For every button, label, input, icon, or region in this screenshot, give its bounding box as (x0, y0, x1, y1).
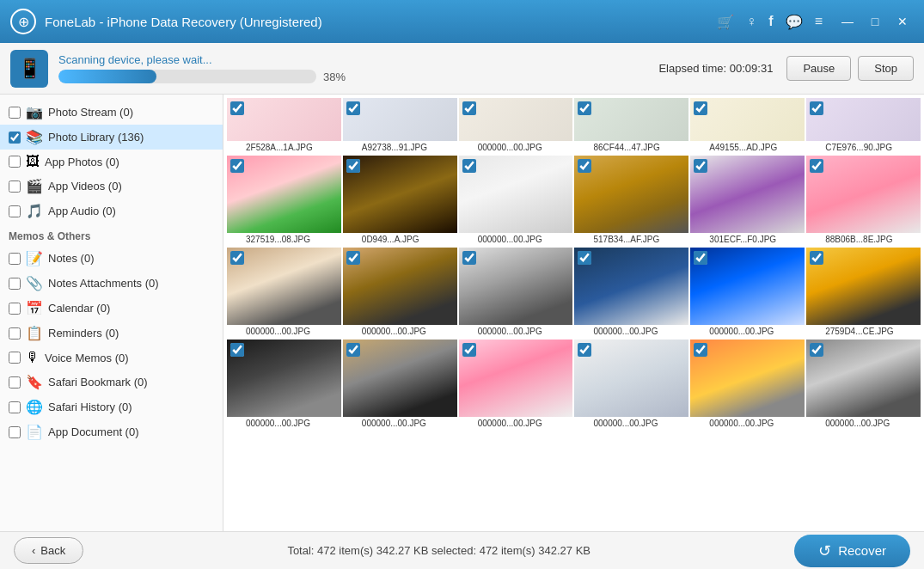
app-document-checkbox[interactable] (9, 426, 21, 438)
photo-select-checkbox[interactable] (230, 251, 244, 265)
back-button[interactable]: ‹ Back (14, 537, 83, 564)
sidebar-item-photo-stream[interactable]: 📷 Photo Stream (0) (0, 100, 223, 125)
photo-cell[interactable]: 301ECF...F0.JPG (690, 156, 805, 246)
sidebar-label-app-document: App Document (0) (48, 425, 139, 438)
photo-select-checkbox[interactable] (694, 251, 707, 265)
photo-select-checkbox[interactable] (810, 159, 823, 173)
memos-section-header: Memos & Others (0, 223, 223, 246)
photo-library-checkbox[interactable] (9, 132, 21, 144)
photo-cell[interactable]: A92738...91.JPG (343, 98, 457, 154)
photo-select-checkbox[interactable] (462, 343, 476, 357)
photo-cell[interactable]: 0D949...A.JPG (343, 156, 457, 246)
stop-button[interactable]: Stop (858, 56, 914, 81)
photo-filename: 000000...00.JPG (459, 417, 573, 430)
photo-cell[interactable]: A49155...AD.JPG (690, 98, 805, 154)
recover-icon: ↺ (818, 541, 831, 560)
photo-cell[interactable]: 88B06B...8E.JPG (806, 156, 921, 246)
photo-select-checkbox[interactable] (578, 159, 591, 173)
recover-button[interactable]: ↺ Recover (794, 535, 910, 567)
photo-select-checkbox[interactable] (462, 251, 476, 265)
sidebar-label-photo-library: Photo Library (136) (48, 131, 144, 144)
photo-cell[interactable]: 327519...08.JPG (227, 156, 341, 246)
close-button[interactable]: ✕ (891, 12, 914, 31)
sidebar-item-notes[interactable]: 📝 Notes (0) (0, 246, 223, 271)
photo-cell[interactable]: 000000...00.JPG (459, 156, 573, 246)
notes-checkbox[interactable] (9, 253, 21, 265)
photo-select-checkbox[interactable] (810, 251, 823, 265)
cart-icon[interactable]: 🛒 (717, 14, 734, 30)
photo-cell[interactable]: 517B34...AF.JPG (574, 156, 688, 246)
photo-cell[interactable]: 2F528A...1A.JPG (227, 98, 341, 154)
photo-select-checkbox[interactable] (694, 159, 707, 173)
photo-select-checkbox[interactable] (694, 101, 707, 115)
sidebar-item-safari-bookmark[interactable]: 🔖 Safari Bookmark (0) (0, 370, 223, 395)
photo-cell[interactable]: 86CF44...47.JPG (574, 98, 688, 154)
photo-select-checkbox[interactable] (578, 343, 591, 357)
photo-cell[interactable]: 000000...00.JPG (459, 98, 573, 154)
photo-cell[interactable]: 000000...00.JPG (459, 340, 573, 430)
photo-select-checkbox[interactable] (694, 343, 707, 357)
photo-select-checkbox[interactable] (578, 101, 591, 115)
window-controls: — □ ✕ (836, 12, 914, 31)
photo-cell[interactable]: 000000...00.JPG (227, 340, 341, 430)
photo-cell[interactable]: C7E976...90.JPG (806, 98, 921, 154)
photo-cell[interactable]: 000000...00.JPG (690, 248, 805, 338)
photo-select-checkbox[interactable] (230, 343, 244, 357)
calendar-checkbox[interactable] (9, 303, 21, 315)
sidebar-item-reminders[interactable]: 📋 Reminders (0) (0, 321, 223, 346)
minimize-button[interactable]: — (836, 12, 859, 31)
photo-select-checkbox[interactable] (578, 251, 591, 265)
photo-cell[interactable]: 000000...00.JPG (574, 248, 688, 338)
photo-select-checkbox[interactable] (346, 101, 360, 115)
app-title: FoneLab - iPhone Data Recovery (Unregist… (45, 15, 717, 29)
app-photos-icon: 🖼 (26, 154, 40, 169)
photo-select-checkbox[interactable] (462, 159, 476, 173)
photo-select-checkbox[interactable] (346, 343, 360, 357)
app-videos-checkbox[interactable] (9, 180, 21, 193)
photo-select-checkbox[interactable] (230, 101, 244, 115)
safari-bookmark-checkbox[interactable] (9, 376, 21, 389)
photo-cell[interactable]: 000000...00.JPG (690, 340, 805, 430)
sidebar-item-app-audio[interactable]: 🎵 App Audio (0) (0, 199, 223, 223)
facebook-icon[interactable]: f (768, 14, 773, 29)
photo-cell[interactable]: 000000...00.JPG (343, 248, 457, 338)
status-text: Total: 472 item(s) 342.27 KB selected: 4… (83, 544, 794, 557)
voice-memos-checkbox[interactable] (9, 352, 21, 364)
sidebar-item-voice-memos[interactable]: 🎙 Voice Memos (0) (0, 346, 223, 370)
app-photos-checkbox[interactable] (9, 156, 21, 168)
photo-select-checkbox[interactable] (810, 343, 823, 357)
photo-cell[interactable]: 000000...00.JPG (227, 248, 341, 338)
sidebar-item-app-photos[interactable]: 🖼 App Photos (0) (0, 150, 223, 174)
menu-icon[interactable]: ≡ (815, 14, 823, 29)
sidebar-item-notes-attachments[interactable]: 📎 Notes Attachments (0) (0, 271, 223, 296)
sidebar-item-calendar[interactable]: 📅 Calendar (0) (0, 296, 223, 321)
chat-icon[interactable]: 💬 (786, 14, 803, 30)
photo-cell[interactable]: 000000...00.JPG (459, 248, 573, 338)
photo-select-checkbox[interactable] (346, 251, 360, 265)
photo-select-checkbox[interactable] (462, 101, 476, 115)
sidebar-item-app-document[interactable]: 📄 App Document (0) (0, 419, 223, 444)
maximize-button[interactable]: □ (864, 12, 886, 31)
notes-attach-checkbox[interactable] (9, 278, 21, 290)
photo-filename: A92738...91.JPG (343, 141, 457, 154)
user-icon[interactable]: ♀ (746, 14, 756, 29)
photo-filename: C7E976...90.JPG (806, 141, 921, 154)
sidebar-item-safari-history[interactable]: 🌐 Safari History (0) (0, 395, 223, 419)
nav-icons: 🛒 ♀ f 💬 ≡ (717, 14, 823, 30)
photo-cell[interactable]: 000000...00.JPG (343, 340, 457, 430)
pause-button[interactable]: Pause (786, 56, 851, 81)
photo-select-checkbox[interactable] (230, 159, 244, 173)
photo-cell[interactable]: 000000...00.JPG (574, 340, 688, 430)
reminders-checkbox[interactable] (9, 327, 21, 340)
photo-stream-checkbox[interactable] (9, 107, 21, 119)
sidebar-item-app-videos[interactable]: 🎬 App Videos (0) (0, 174, 223, 199)
progress-bar-fill (58, 70, 156, 83)
safari-history-checkbox[interactable] (9, 401, 21, 413)
photo-select-checkbox[interactable] (810, 101, 823, 115)
photo-cell[interactable]: 2759D4...CE.JPG (806, 248, 921, 338)
app-audio-checkbox[interactable] (9, 205, 21, 217)
sidebar-item-photo-library[interactable]: 📚 Photo Library (136) (0, 125, 223, 150)
photo-select-checkbox[interactable] (346, 159, 360, 173)
photo-stream-icon: 📷 (26, 104, 43, 120)
photo-cell[interactable]: 000000...00.JPG (806, 340, 921, 430)
